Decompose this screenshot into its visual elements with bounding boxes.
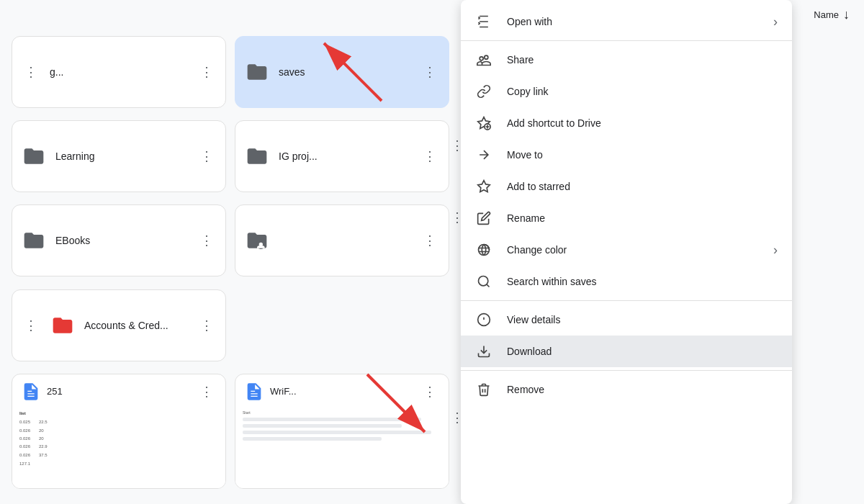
menu-label-view-details: View details xyxy=(507,314,778,325)
folder-icon-ig-proj xyxy=(244,143,270,169)
menu-item-search-within[interactable]: Search within saves xyxy=(461,266,792,297)
svg-point-5 xyxy=(479,276,488,286)
divider-2 xyxy=(461,300,792,301)
document-icon-wrif xyxy=(244,382,264,402)
document-icon-251 xyxy=(21,382,41,402)
search-within-icon xyxy=(475,273,492,290)
folder-name-ebooks: EBooks xyxy=(55,235,188,246)
folder-name-ig-proj: IG proj... xyxy=(279,150,411,162)
more-options-icon-accounts-left[interactable]: ⋮ xyxy=(21,315,41,336)
folder-card-accounts[interactable]: ⋮ Accounts & Cred... ⋮ xyxy=(12,289,226,361)
folder-card-ig-proj[interactable]: IG proj... ⋮ xyxy=(235,120,449,192)
menu-item-download[interactable]: Download xyxy=(461,336,792,367)
rename-icon xyxy=(475,210,492,227)
menu-item-add-shortcut[interactable]: Add shortcut to Drive xyxy=(461,107,792,139)
menu-label-add-shortcut: Add shortcut to Drive xyxy=(507,117,778,129)
menu-label-remove: Remove xyxy=(507,384,778,395)
file-name-251: 251 xyxy=(47,386,191,397)
more-options-btn-251[interactable]: ⋮ xyxy=(197,382,217,402)
change-color-arrow-icon: › xyxy=(773,243,778,258)
svg-marker-3 xyxy=(478,181,490,192)
share-icon xyxy=(475,51,492,68)
folder-icon-learning xyxy=(21,143,47,169)
folder-card-ebooks[interactable]: EBooks ⋮ xyxy=(12,204,226,276)
add-starred-icon xyxy=(475,178,492,195)
folder-card-saves[interactable]: saves ⋮ xyxy=(235,36,449,108)
folder-icon-ebooks xyxy=(21,228,47,253)
menu-label-share: Share xyxy=(507,54,778,66)
add-shortcut-icon xyxy=(475,114,492,132)
more-options-icon[interactable]: ⋮ xyxy=(21,62,41,82)
file-card-header-251: 251 ⋮ xyxy=(12,374,225,406)
folder-icon-accounts xyxy=(50,312,76,338)
folder-name-g: g... xyxy=(50,66,188,78)
folder-card-partial-g[interactable]: ⋮ g... ⋮ xyxy=(12,36,226,108)
file-preview-251: list 0.02522.5 0.02620 0.02620 0.02622.9… xyxy=(12,406,225,488)
menu-label-change-color: Change color xyxy=(507,244,759,256)
menu-item-share[interactable]: Share xyxy=(461,44,792,76)
more-options-btn-learning[interactable]: ⋮ xyxy=(197,146,217,166)
file-card-wrif[interactable]: WriF... ⋮ Start xyxy=(235,374,449,489)
divider-1 xyxy=(461,40,792,41)
folder-card-shared[interactable]: ⋮ xyxy=(235,204,449,276)
change-color-icon xyxy=(475,241,492,258)
folder-name-saves: saves xyxy=(279,66,411,78)
folder-icon-shared xyxy=(244,228,270,253)
file-grid: ⋮ g... ⋮ saves ⋮ Learning ⋮ IG proj... ⋮… xyxy=(0,0,461,504)
menu-label-copy-link: Copy link xyxy=(507,86,778,97)
download-icon xyxy=(475,343,492,360)
menu-item-remove[interactable]: Remove xyxy=(461,374,792,405)
open-with-icon xyxy=(475,13,492,30)
divider-3 xyxy=(461,370,792,371)
file-preview-wrif: Start xyxy=(235,406,449,488)
more-options-btn-shared[interactable]: ⋮ xyxy=(420,230,440,251)
menu-item-view-details[interactable]: View details xyxy=(461,304,792,336)
more-options-btn-ebooks[interactable]: ⋮ xyxy=(197,230,217,251)
menu-label-move-to: Move to xyxy=(507,149,778,161)
more-options-btn-g[interactable]: ⋮ xyxy=(197,62,217,82)
menu-item-move-to[interactable]: Move to xyxy=(461,139,792,171)
menu-item-open-with[interactable]: Open with › xyxy=(461,6,792,37)
more-options-btn-accounts[interactable]: ⋮ xyxy=(197,315,217,336)
copy-link-icon xyxy=(475,83,492,100)
menu-item-copy-link[interactable]: Copy link xyxy=(461,76,792,107)
menu-label-search-within: Search within saves xyxy=(507,276,778,287)
view-details-icon xyxy=(475,311,492,328)
remove-icon xyxy=(475,381,492,398)
menu-label-add-starred: Add to starred xyxy=(507,181,778,192)
empty-cell-1 xyxy=(235,289,449,361)
open-with-arrow-icon: › xyxy=(773,14,778,30)
menu-item-change-color[interactable]: Change color › xyxy=(461,234,792,266)
file-card-251[interactable]: 251 ⋮ list 0.02522.5 0.02620 0.02620 0.0… xyxy=(12,374,226,489)
sort-name-label[interactable]: Name xyxy=(814,9,839,20)
more-options-btn-ig-proj[interactable]: ⋮ xyxy=(420,146,440,166)
more-options-btn-saves[interactable]: ⋮ xyxy=(420,62,440,82)
sort-descending-icon[interactable]: ↓ xyxy=(843,7,850,22)
menu-label-rename: Rename xyxy=(507,212,778,224)
move-to-icon xyxy=(475,146,492,163)
more-options-btn-wrif[interactable]: ⋮ xyxy=(420,382,440,402)
menu-item-add-starred[interactable]: Add to starred xyxy=(461,171,792,202)
menu-item-rename[interactable]: Rename xyxy=(461,202,792,234)
menu-label-open-with: Open with xyxy=(507,16,759,27)
folder-name-learning: Learning xyxy=(55,150,188,162)
file-name-wrif: WriF... xyxy=(270,386,414,397)
folder-icon-saves xyxy=(244,59,270,85)
folder-name-accounts: Accounts & Cred... xyxy=(84,320,188,331)
context-menu: Open with › Share Copy link Add shortcut… xyxy=(461,0,792,504)
file-card-header-wrif: WriF... ⋮ xyxy=(235,374,449,406)
menu-label-download: Download xyxy=(507,346,778,357)
folder-card-learning[interactable]: Learning ⋮ xyxy=(12,120,226,192)
svg-line-6 xyxy=(487,284,490,287)
